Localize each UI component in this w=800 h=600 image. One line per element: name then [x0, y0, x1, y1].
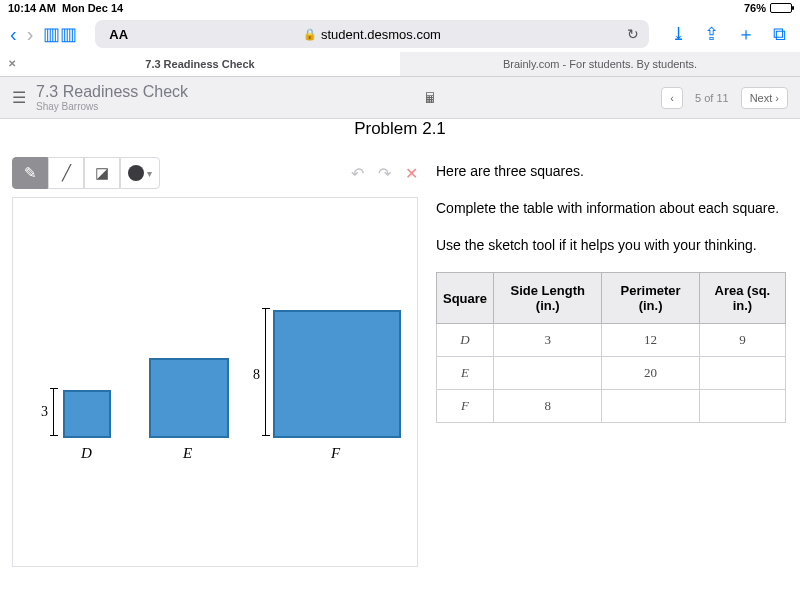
- cell-side[interactable]: 3: [494, 324, 602, 357]
- activity-header: ☰ 7.3 Readiness Check Shay Barrows 🖩 ‹ 5…: [0, 77, 800, 119]
- dimension-bar-f: [265, 308, 266, 436]
- square-d: [63, 390, 111, 438]
- dimension-label-d: 3: [41, 404, 48, 420]
- new-tab-icon[interactable]: ＋: [733, 22, 759, 46]
- color-swatch-icon: [128, 165, 144, 181]
- text-size-button[interactable]: AA: [109, 27, 128, 42]
- problem-title: Problem 2.1: [0, 119, 800, 139]
- page-position: 5 of 11: [689, 92, 735, 104]
- line-tool[interactable]: ╱: [48, 157, 84, 189]
- cell-name: D: [437, 324, 494, 357]
- chevron-down-icon: ▾: [147, 168, 152, 179]
- cell-perim[interactable]: 20: [602, 357, 699, 390]
- battery-percent: 76%: [744, 2, 766, 14]
- student-name: Shay Barrows: [36, 101, 188, 112]
- next-button[interactable]: Next ›: [741, 87, 788, 109]
- cell-side[interactable]: [494, 357, 602, 390]
- color-picker[interactable]: ▾: [120, 157, 160, 189]
- cell-perim[interactable]: 12: [602, 324, 699, 357]
- tab-active[interactable]: ✕ 7.3 Readiness Check: [0, 52, 400, 77]
- menu-icon[interactable]: ☰: [12, 88, 26, 107]
- square-label-d: D: [81, 445, 92, 462]
- col-side: Side Length (in.): [494, 273, 602, 324]
- lock-icon: 🔒: [303, 28, 317, 41]
- undo-icon[interactable]: ↶: [351, 164, 364, 183]
- sketch-toolbar: ✎ ╱ ◪ ▾ ↶ ↷ ✕: [12, 157, 418, 189]
- data-table: Square Side Length (in.) Perimeter (in.)…: [436, 272, 786, 423]
- col-square: Square: [437, 273, 494, 324]
- cell-perim[interactable]: [602, 390, 699, 423]
- safari-toolbar: ‹ › ▥▥ AA 🔒 student.desmos.com ↻ ⤓ ⇪ ＋ ⧉: [0, 16, 800, 52]
- square-e: [149, 358, 229, 438]
- cell-name: E: [437, 357, 494, 390]
- cell-area[interactable]: 9: [699, 324, 785, 357]
- tab-inactive[interactable]: Brainly.com - For students. By students.: [400, 52, 800, 77]
- back-button[interactable]: ‹: [10, 23, 17, 46]
- dimension-bar-d: [53, 388, 54, 436]
- square-f: [273, 310, 401, 438]
- col-area: Area (sq. in.): [699, 273, 785, 324]
- dimension-label-f: 8: [253, 367, 260, 383]
- url-text: student.desmos.com: [321, 27, 441, 42]
- cell-area[interactable]: [699, 357, 785, 390]
- tab-strip: ✕ 7.3 Readiness Check Brainly.com - For …: [0, 52, 800, 77]
- instruction-2: Complete the table with information abou…: [436, 198, 786, 219]
- clear-icon[interactable]: ✕: [405, 164, 418, 183]
- bookmarks-icon[interactable]: ▥▥: [43, 23, 77, 45]
- table-header-row: Square Side Length (in.) Perimeter (in.)…: [437, 273, 786, 324]
- sketch-canvas[interactable]: 3 D E 8 F: [12, 197, 418, 567]
- instruction-3: Use the sketch tool if it helps you with…: [436, 235, 786, 256]
- prev-button[interactable]: ‹: [661, 87, 683, 109]
- eraser-tool[interactable]: ◪: [84, 157, 120, 189]
- square-label-f: F: [331, 445, 340, 462]
- activity-title: 7.3 Readiness Check: [36, 83, 188, 101]
- table-row: E 20: [437, 357, 786, 390]
- tab-label: Brainly.com - For students. By students.: [503, 58, 697, 70]
- problem-title-row: Problem 2.1: [0, 119, 800, 139]
- share-icon[interactable]: ⇪: [700, 23, 723, 45]
- refresh-icon[interactable]: ↻: [627, 26, 639, 42]
- square-label-e: E: [183, 445, 192, 462]
- table-row: D 3 12 9: [437, 324, 786, 357]
- cell-name: F: [437, 390, 494, 423]
- pager: ‹ 5 of 11 Next ›: [661, 87, 788, 109]
- tab-label: 7.3 Readiness Check: [145, 58, 254, 70]
- table-row: F 8: [437, 390, 786, 423]
- pencil-tool[interactable]: ✎: [12, 157, 48, 189]
- instruction-1: Here are three squares.: [436, 161, 786, 182]
- main-content: ✎ ╱ ◪ ▾ ↶ ↷ ✕ 3 D E 8 F Here are three s…: [0, 149, 800, 567]
- tabs-icon[interactable]: ⧉: [769, 24, 790, 45]
- address-bar[interactable]: AA 🔒 student.desmos.com ↻: [95, 20, 649, 48]
- calculator-icon[interactable]: 🖩: [419, 90, 441, 106]
- ipad-status-bar: 10:14 AM Mon Dec 14 76%: [0, 0, 800, 16]
- cell-side[interactable]: 8: [494, 390, 602, 423]
- forward-button: ›: [27, 23, 34, 46]
- sketch-column: ✎ ╱ ◪ ▾ ↶ ↷ ✕ 3 D E 8 F: [0, 157, 430, 567]
- status-date: Mon Dec 14: [62, 2, 123, 14]
- close-tab-icon[interactable]: ✕: [8, 58, 16, 69]
- redo-icon[interactable]: ↷: [378, 164, 391, 183]
- col-perimeter: Perimeter (in.): [602, 273, 699, 324]
- status-time: 10:14 AM: [8, 2, 56, 14]
- cell-area[interactable]: [699, 390, 785, 423]
- downloads-icon[interactable]: ⤓: [667, 23, 690, 45]
- problem-column: Here are three squares. Complete the tab…: [430, 157, 800, 567]
- battery-icon: [770, 3, 792, 13]
